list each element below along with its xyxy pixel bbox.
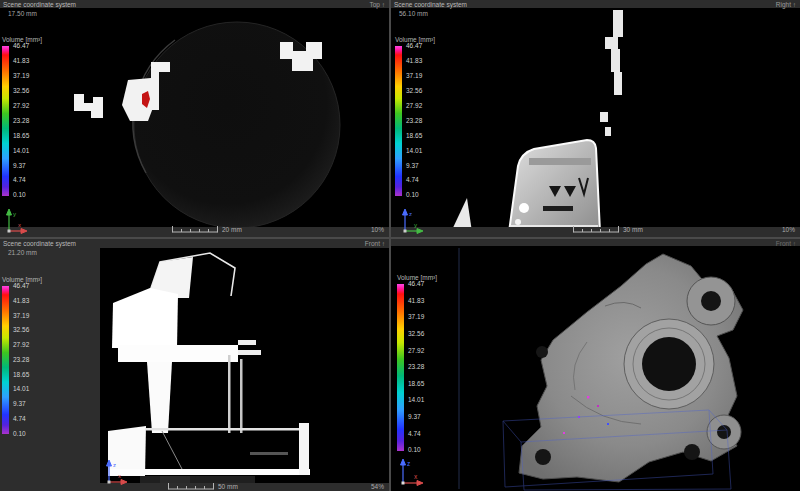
axis-right-label: x [118, 473, 121, 479]
axis-origin [402, 482, 405, 485]
axis-origin [8, 230, 11, 233]
colorbar-tick-label: 27.92 [408, 348, 424, 355]
zoom-percentage: 10% [371, 226, 384, 233]
volume-colorbar: Volume [mm³] 46.4741.8337.1932.5627.9223… [397, 274, 441, 454]
colorbar-tick-label: 9.37 [408, 414, 424, 421]
axis-up-label: z [113, 462, 116, 468]
axis-right-arrow [405, 229, 423, 234]
colorbar-tick-label: 23.28 [408, 364, 424, 371]
ruler-ticks [172, 226, 218, 233]
axis-up-label: z [407, 460, 410, 467]
view-orientation-label: Front ↑ [776, 240, 796, 247]
ruler-label: 50 mm [218, 483, 238, 490]
colorbar-tick-label: 9.37 [406, 163, 422, 170]
viewport-right-slice[interactable]: Scene coordinate system 56.10 mm Right ↑… [391, 0, 800, 237]
colorbar-tick-label: 37.19 [408, 314, 424, 321]
colorbar-tick-label: 18.65 [408, 381, 424, 388]
colorbar-tick-label: 46.47 [406, 43, 422, 50]
colorbar-tick-label: 41.83 [13, 58, 29, 65]
colorbar-tick-label: 23.28 [13, 357, 29, 364]
colorbar-tick-list: 46.4741.8337.1932.5627.9223.2818.6514.01… [13, 43, 29, 199]
view-orientation-label: Front ↑ [365, 240, 385, 247]
coordinate-system-title: Scene coordinate system [3, 1, 76, 8]
colorbar-tick-label: 23.28 [406, 118, 422, 125]
axis-up-arrow [401, 459, 406, 483]
colorbar-tick-list: 46.4741.8337.1932.5627.9223.2818.6514.01… [406, 43, 422, 199]
zoom-percentage: 54% [371, 483, 384, 490]
slice-depth-readout: 21.20 mm [8, 249, 37, 256]
colorbar-tick-label: 14.01 [406, 148, 422, 155]
colorbar-tick-label: 27.92 [13, 342, 29, 349]
slice-depth-readout: 56.10 mm [399, 10, 428, 17]
colorbar-tick-label: 4.74 [406, 177, 422, 184]
axis-up-arrow [403, 209, 408, 231]
axis-right-arrow [109, 480, 127, 485]
colorbar-tick-label: 4.74 [408, 431, 424, 438]
axis-origin [108, 481, 111, 484]
volume-colorbar: Volume [mm³] 46.4741.8337.1932.5627.9223… [2, 36, 46, 199]
zoom-percentage: 10% [782, 226, 795, 233]
axis-up-arrow [107, 460, 112, 482]
axis-up-arrow [7, 209, 12, 231]
colorbar-tick-label: 4.74 [13, 416, 29, 423]
colorbar-tick-label: 32.56 [408, 331, 424, 338]
tomogram-slice-front [100, 248, 389, 483]
viewport-front-slice[interactable]: Scene coordinate system 21.20 mm Front ↑… [0, 239, 389, 491]
scale-ruler: 30 mm [573, 226, 643, 233]
colorbar-tick-label: 18.65 [406, 133, 422, 140]
axis-triad: z y [398, 206, 424, 234]
colorbar-tick-label: 0.10 [13, 431, 29, 438]
tomogram-slice-top [0, 8, 389, 227]
material-cross-section [108, 253, 310, 476]
axis-origin [404, 230, 407, 233]
colorbar-tick-label: 46.47 [13, 283, 29, 290]
axis-right-label: x [18, 222, 21, 228]
volume-colorbar: Volume [mm³] 46.4741.8337.1932.5627.9223… [2, 276, 46, 437]
colorbar-tick-label: 32.56 [406, 88, 422, 95]
scan-artifact-streaks [140, 476, 255, 483]
colorbar-tick-label: 23.28 [13, 118, 29, 125]
scale-ruler: 50 mm [168, 483, 238, 490]
colorbar-tick-label: 32.56 [13, 327, 29, 334]
axis-right-label: y [414, 222, 417, 228]
colorbar-gradient[interactable] [397, 284, 404, 451]
colorbar-tick-label: 14.01 [13, 148, 29, 155]
colorbar-tick-label: 37.19 [406, 73, 422, 80]
render-canvas-3d[interactable] [391, 246, 800, 491]
axis-triad: y x [2, 206, 28, 234]
slice-depth-readout: 17.50 mm [8, 10, 37, 17]
slice-canvas-top[interactable] [0, 8, 389, 227]
part-3d-render [391, 246, 800, 491]
axis-up-label: y [13, 211, 16, 217]
colorbar-tick-label: 41.83 [408, 298, 424, 305]
colorbar-tick-label: 27.92 [406, 103, 422, 110]
ruler-ticks [573, 226, 619, 233]
colorbar-tick-label: 18.65 [13, 372, 29, 379]
colorbar-tick-label: 9.37 [13, 401, 29, 408]
colorbar-tick-label: 37.19 [13, 73, 29, 80]
steering-knuckle-part [519, 254, 743, 482]
slice-canvas-front[interactable] [100, 248, 389, 483]
bracket-section [509, 140, 600, 227]
colorbar-tick-label: 14.01 [13, 386, 29, 393]
axis-right-label: x [414, 473, 418, 480]
colorbar-tick-label: 9.37 [13, 163, 29, 170]
colorbar-tick-label: 14.01 [408, 397, 424, 404]
scale-ruler: 20 mm [172, 226, 242, 233]
axis-triad: z x [102, 457, 128, 485]
view-orientation-label: Top ↑ [369, 1, 385, 8]
tomogram-slice-right [391, 8, 800, 227]
colorbar-tick-label: 27.92 [13, 103, 29, 110]
slice-canvas-right[interactable] [391, 8, 800, 227]
colorbar-gradient[interactable] [2, 286, 9, 434]
axis-right-arrow [403, 481, 423, 486]
colorbar-tick-label: 37.19 [13, 313, 29, 320]
colorbar-tick-label: 0.10 [406, 192, 422, 199]
colorbar-tick-label: 4.74 [13, 177, 29, 184]
viewport-3d[interactable]: Front ↑ Volume [mm³] 46.4741.8337.1932.5… [391, 239, 800, 491]
colorbar-tick-label: 0.10 [13, 192, 29, 199]
colorbar-gradient[interactable] [395, 46, 402, 196]
colorbar-gradient[interactable] [2, 46, 9, 196]
colorbar-tick-list: 46.4741.8337.1932.5627.9223.2818.6514.01… [13, 283, 29, 437]
viewport-top-slice[interactable]: Scene coordinate system 17.50 mm Top ↑ V… [0, 0, 389, 237]
